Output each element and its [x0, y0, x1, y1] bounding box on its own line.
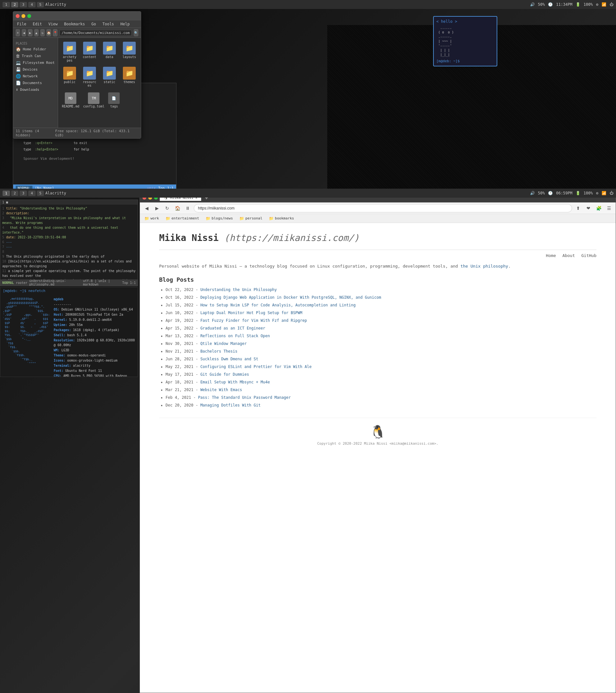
nv2-rooter: rooter: [16, 281, 27, 284]
taskbar-tab-2[interactable]: 2: [11, 2, 19, 7]
blog-post-link-14[interactable]: Pass: The Standard Unix Password Manager: [198, 395, 291, 400]
blog-post-link-9[interactable]: Suckless Dwm Dmenu and St: [200, 357, 258, 361]
taskbar-tab-1[interactable]: 1: [3, 2, 10, 7]
menu-go[interactable]: Go: [90, 21, 97, 27]
browser-share-button[interactable]: ⬆: [574, 204, 582, 212]
browser-menu-button[interactable]: ☰: [605, 204, 613, 212]
sidebar-item-home[interactable]: 🏠 Home Folder: [13, 46, 58, 53]
folder-themes[interactable]: 📁 themes: [120, 65, 138, 88]
menu-edit[interactable]: Edit: [32, 21, 43, 27]
settings-icon-2[interactable]: ⚙: [596, 191, 598, 195]
taskbar-tab-5[interactable]: 5: [37, 2, 44, 7]
file-label: tags: [110, 104, 118, 108]
browser-forward-button[interactable]: ▶: [153, 204, 161, 212]
folder-public[interactable]: 📁 public: [61, 65, 79, 88]
toolbar-new-folder[interactable]: +: [16, 29, 20, 36]
blog-post-link-6[interactable]: Reflections on Full Stack Open: [200, 334, 270, 338]
taskbar2-tab-5[interactable]: 5: [37, 191, 44, 196]
blog-post-link-0[interactable]: Understanding the Unix Philosophy: [200, 288, 277, 292]
blog-post-link-8[interactable]: Bachelors Thesis: [200, 349, 237, 354]
bookmark-bookmarks[interactable]: 📁 bookmarks: [267, 216, 296, 221]
sidebar-item-network[interactable]: 🌐 Network: [13, 73, 58, 80]
nv2-line-1: 1 title: "Understanding the Unix Philoso…: [2, 206, 136, 211]
nvim-sponsor-title: Sponsor Vim development!: [23, 155, 172, 162]
sidebar-item-devices[interactable]: 💾 Devices: [13, 66, 58, 73]
taskbar2-tab-3[interactable]: 3: [20, 191, 27, 196]
folder-data[interactable]: 📁 data: [100, 40, 118, 63]
power-icon[interactable]: ⏻: [610, 2, 613, 7]
file-icon: TM: [88, 93, 99, 104]
bookmark-blogs[interactable]: 📁 blogs/news: [204, 216, 235, 221]
toolbar-location[interactable]: 📍: [53, 29, 57, 36]
file-tags[interactable]: 📄 tags: [108, 93, 120, 108]
sidebar-item-documents[interactable]: 📄 Documents: [13, 80, 58, 86]
browser-reload-button[interactable]: ↻: [163, 204, 171, 212]
blog-post-link-2[interactable]: How to Setup Nvim LSP for Code Analysis,…: [200, 303, 356, 308]
nv2-line-6: 6 ---: [2, 240, 136, 244]
neovim2-content: 1 title: "Understanding the Unix Philoso…: [0, 205, 138, 286]
blog-post-link-4[interactable]: Fast Fuzzy Finder for Vim With Fzf and R…: [200, 318, 307, 323]
file-readme[interactable]: MD README.md: [62, 93, 79, 108]
blog-post-link-5[interactable]: Graduated as an ICT Engineer: [200, 326, 265, 331]
taskbar2-tab-1[interactable]: 1: [3, 191, 10, 196]
path-bar[interactable]: /home/m/Documents/miikanissi.com: [59, 30, 132, 36]
maximize-button[interactable]: [27, 14, 31, 18]
toolbar-up[interactable]: ▲: [34, 29, 39, 36]
blog-post-link-1[interactable]: Deploying Django Web Application in Dock…: [200, 295, 381, 300]
toolbar-search[interactable]: 🔍: [134, 29, 138, 36]
minimize-button[interactable]: [21, 14, 25, 18]
blog-post-link-13[interactable]: Website With Emacs: [200, 388, 242, 392]
toolbar-reload[interactable]: ↻: [40, 29, 45, 36]
bookmark-work-icon: 📁: [144, 216, 149, 221]
taskbar-tab-4[interactable]: 4: [28, 2, 36, 7]
folder-resources[interactable]: 📁 resources: [81, 65, 99, 88]
file-manager-main: 📁 archetypes 📁 content 📁 data 📁 layouts …: [58, 38, 141, 128]
nav-github[interactable]: GitHub: [581, 253, 596, 258]
bookmark-entertainment[interactable]: 📁 entertainment: [164, 216, 201, 221]
blog-post-link-11[interactable]: Git Guide for Dummies: [200, 372, 249, 377]
sidebar-item-filesystem[interactable]: 💻 Filesystem Root: [13, 59, 58, 66]
folder-layouts[interactable]: 📁 layouts: [120, 40, 138, 63]
browser-extensions-button[interactable]: 🧩: [595, 204, 603, 212]
toolbar-home[interactable]: 🏠: [46, 29, 51, 36]
menu-view[interactable]: View: [47, 21, 59, 27]
menu-help[interactable]: Help: [119, 21, 131, 27]
bookmark-personal[interactable]: 📁 personal: [237, 216, 264, 221]
file-config[interactable]: TM config.toml: [83, 93, 104, 108]
settings-icon[interactable]: ⚙: [596, 2, 598, 7]
blog-post-link-15[interactable]: Managing Dotfiles With Git: [200, 403, 260, 408]
menu-tools[interactable]: Tools: [101, 21, 115, 27]
browser-home-button[interactable]: 🏠: [173, 204, 182, 212]
taskbar2-tab-2[interactable]: 2: [11, 191, 19, 196]
folder-content[interactable]: 📁 content: [81, 40, 99, 63]
blog-post-link-7[interactable]: Qtile Window Manager: [200, 341, 247, 346]
nav-about[interactable]: About: [562, 253, 575, 258]
volume-level-2: 50%: [538, 191, 545, 195]
browser-stop-button[interactable]: ⏸: [183, 204, 192, 212]
menu-bookmarks[interactable]: Bookmarks: [63, 21, 86, 27]
blog-post-link-12[interactable]: Email Setup With Mbsync + Mu4e: [200, 380, 270, 384]
sidebar-item-downloads[interactable]: ⬇ Downloads: [13, 86, 58, 93]
folder-static[interactable]: 📁 static: [100, 65, 118, 88]
downloads-icon: ⬇: [16, 87, 18, 92]
close-button[interactable]: [16, 14, 20, 18]
bookmark-work[interactable]: 📁 work: [142, 216, 161, 221]
browser-url-input[interactable]: [194, 204, 572, 212]
browser-bookmark-button[interactable]: ❤: [584, 204, 593, 212]
taskbar2-tab-4[interactable]: 4: [28, 191, 36, 196]
toolbar-forward[interactable]: ▶: [28, 29, 32, 36]
taskbar-tab-3[interactable]: 3: [20, 2, 27, 7]
toolbar-back[interactable]: ◀: [22, 29, 26, 36]
clock-time: 11:34PM: [556, 2, 572, 7]
blog-post-link-10[interactable]: Configuring ESLint and Prettier for Vim …: [200, 364, 312, 369]
tux-icon: 🐧: [159, 424, 596, 439]
nav-home[interactable]: Home: [546, 253, 556, 258]
sidebar-item-trash[interactable]: 🗑 Trash Can: [13, 53, 58, 59]
unix-philosophy-link[interactable]: the Unix philosophy: [460, 264, 508, 269]
folder-archetypes[interactable]: 📁 archetypes: [61, 40, 79, 63]
browser-back-button[interactable]: ◀: [142, 204, 151, 212]
power-icon-2[interactable]: ⏻: [610, 191, 613, 195]
blog-post-link-3[interactable]: Laptop Dual Monitor Hot Plug Setup for B…: [200, 311, 302, 315]
sidebar-filesystem-label: Filesystem Root: [23, 61, 55, 65]
menu-file[interactable]: File: [16, 21, 27, 27]
